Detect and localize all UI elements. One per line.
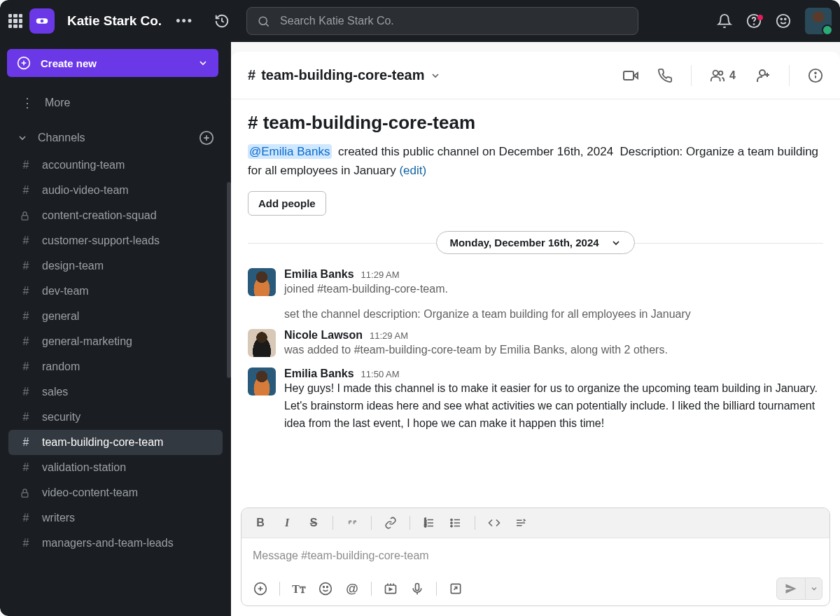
- divider: [279, 582, 280, 596]
- composer-input[interactable]: Message #team-building-core-team: [241, 538, 830, 573]
- channel-item-security[interactable]: #security: [8, 405, 223, 430]
- channel-item-customer-support-leads[interactable]: #customer-support-leads: [8, 228, 223, 253]
- edit-description-link[interactable]: (edit): [399, 164, 426, 177]
- main-panel: # team-building-core-team 4: [231, 52, 840, 616]
- message-row: Emilia Banks11:29 AMjoined #team-buildin…: [248, 264, 823, 325]
- message-text: set the channel description: Organize a …: [284, 308, 823, 321]
- channel-item-video-content-team[interactable]: video-content-team: [8, 480, 223, 505]
- emoji-button[interactable]: [314, 578, 337, 599]
- video-clip-button[interactable]: [379, 578, 402, 599]
- sidebar-more[interactable]: ⋮ More: [7, 88, 224, 118]
- search-icon: [257, 15, 270, 28]
- channel-item-random[interactable]: #random: [8, 354, 223, 379]
- creator-mention[interactable]: @Emilia Banks: [248, 144, 332, 159]
- search-input[interactable]: Search Katie Stark Co.: [246, 7, 638, 35]
- message-author[interactable]: Nicole Lawson: [284, 329, 363, 342]
- channel-item-sales[interactable]: #sales: [8, 379, 223, 405]
- add-people-button[interactable]: Add people: [248, 191, 326, 216]
- strike-button[interactable]: S: [302, 512, 326, 533]
- message-avatar[interactable]: [248, 329, 276, 357]
- channel-label: general-marketing: [42, 335, 132, 348]
- message-avatar[interactable]: [248, 368, 276, 396]
- italic-button[interactable]: I: [275, 512, 299, 533]
- channel-header-actions: 4: [622, 65, 823, 86]
- svg-rect-15: [22, 215, 28, 219]
- hash-icon: #: [20, 436, 32, 449]
- divider: [691, 65, 692, 86]
- channel-item-audio-video-team[interactable]: #audio-video-team: [8, 178, 223, 203]
- svg-point-45: [320, 583, 332, 595]
- help-icon[interactable]: [746, 13, 762, 29]
- date-pill[interactable]: Monday, December 16th, 2024: [436, 231, 634, 254]
- channel-label: sales: [42, 386, 68, 398]
- channel-label: audio-video-team: [42, 184, 129, 197]
- format-button[interactable]: Tᴛ: [287, 578, 311, 599]
- message-content: Emilia Banks11:50 AMHey guys! I made thi…: [284, 368, 823, 432]
- message-author[interactable]: Emilia Banks: [284, 268, 354, 281]
- channel-item-design-team[interactable]: #design-team: [8, 253, 223, 279]
- composer-bottom: Tᴛ @: [241, 573, 830, 606]
- lock-icon: [20, 211, 32, 221]
- date-label: Monday, December 16th, 2024: [449, 237, 598, 248]
- channel-item-dev-team[interactable]: #dev-team: [8, 279, 223, 304]
- add-channel-icon[interactable]: [199, 130, 214, 146]
- svg-point-37: [451, 522, 452, 524]
- attach-button[interactable]: [248, 578, 272, 599]
- code-block-button[interactable]: [509, 512, 533, 533]
- message-author[interactable]: Emilia Banks: [284, 368, 354, 380]
- divider: [475, 516, 475, 530]
- audio-clip-button[interactable]: [405, 578, 429, 599]
- emoji-icon[interactable]: [776, 13, 791, 29]
- hash-icon: #: [20, 386, 32, 398]
- bold-button[interactable]: B: [248, 512, 272, 533]
- video-call-icon[interactable]: [622, 67, 639, 84]
- send-button[interactable]: [777, 578, 805, 599]
- divider: [332, 516, 333, 530]
- channel-item-general-marketing[interactable]: #general-marketing: [8, 329, 223, 354]
- history-icon[interactable]: [214, 13, 230, 29]
- message-list: Emilia Banks11:29 AMjoined #team-buildin…: [248, 264, 823, 436]
- member-count-value: 4: [729, 69, 736, 82]
- channel-item-writers[interactable]: #writers: [8, 505, 223, 531]
- message-avatar[interactable]: [248, 268, 276, 296]
- phone-call-icon[interactable]: [657, 68, 673, 83]
- chevron-down-icon: [17, 132, 28, 144]
- hash-icon: #: [20, 411, 32, 424]
- bell-icon[interactable]: [717, 13, 732, 29]
- member-count[interactable]: 4: [710, 68, 736, 83]
- channels-section-header[interactable]: Channels: [7, 118, 224, 153]
- shortcut-button[interactable]: [444, 578, 468, 599]
- divider: [789, 65, 790, 86]
- svg-point-19: [713, 70, 718, 75]
- top-bar: Katie Stark Co. ••• Search Katie Stark C…: [0, 0, 840, 42]
- channel-header: # team-building-core-team 4: [231, 52, 840, 99]
- channel-item-accounting-team[interactable]: #accounting-team: [8, 153, 223, 178]
- plus-circle-icon: [17, 56, 31, 70]
- user-avatar[interactable]: [805, 8, 832, 34]
- app-launcher-icon[interactable]: [8, 14, 22, 28]
- send-options-button[interactable]: [805, 578, 822, 599]
- channel-item-content-creation-squad[interactable]: content-creation-squad: [8, 203, 223, 228]
- channel-body: # team-building-core-team @Emilia Banks …: [231, 99, 840, 502]
- channel-item-team-building-core-team[interactable]: #team-building-core-team: [8, 430, 223, 455]
- composer-toolbar: B I S 123: [241, 508, 830, 538]
- add-people-icon[interactable]: [754, 67, 771, 84]
- channel-item-validation-station[interactable]: #validation-station: [8, 455, 223, 480]
- channel-title[interactable]: # team-building-core-team: [248, 67, 441, 83]
- workspace-switcher[interactable]: Katie Stark Co.: [67, 13, 162, 29]
- code-button[interactable]: [482, 512, 506, 533]
- app-logo[interactable]: [29, 8, 55, 34]
- ordered-list-button[interactable]: 123: [417, 512, 441, 533]
- bullet-list-button[interactable]: [444, 512, 468, 533]
- link-button[interactable]: [379, 512, 402, 533]
- lock-icon: [20, 488, 32, 498]
- svg-point-21: [760, 70, 765, 76]
- channel-item-managers-and-team-leads[interactable]: #managers-and-team-leads: [8, 531, 223, 556]
- mention-button[interactable]: @: [340, 578, 364, 599]
- create-new-button[interactable]: Create new: [7, 49, 218, 77]
- channel-item-general[interactable]: #general: [8, 304, 223, 329]
- info-icon[interactable]: [808, 68, 823, 83]
- quote-button[interactable]: [340, 512, 364, 533]
- workspace-menu-icon[interactable]: •••: [176, 14, 193, 29]
- svg-marker-52: [389, 588, 391, 590]
